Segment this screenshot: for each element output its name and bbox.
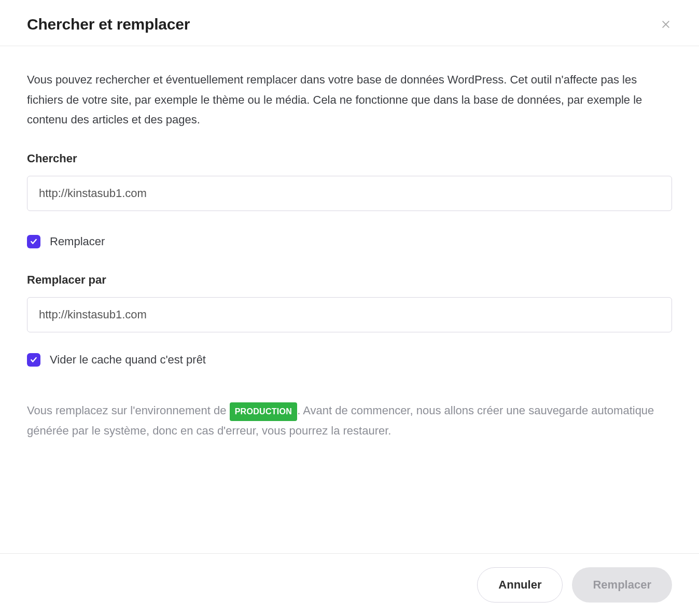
clear-cache-checkbox[interactable]	[27, 353, 40, 367]
replace-checkbox-label: Remplacer	[50, 235, 105, 248]
replace-with-label: Remplacer par	[27, 273, 672, 287]
environment-notice: Vous remplacez sur l'environnement de PR…	[27, 401, 672, 441]
modal-header: Chercher et remplacer	[0, 0, 699, 46]
clear-cache-checkbox-label: Vider le cache quand c'est prêt	[50, 353, 206, 367]
replace-checkbox-row: Remplacer	[27, 235, 672, 248]
search-input[interactable]	[27, 176, 672, 211]
search-label: Chercher	[27, 152, 672, 165]
search-replace-modal: Chercher et remplacer Vous pouvez recher…	[0, 0, 699, 616]
replace-checkbox[interactable]	[27, 235, 40, 248]
modal-body: Vous pouvez rechercher et éventuellement…	[0, 46, 699, 553]
description-text: Vous pouvez rechercher et éventuellement…	[27, 70, 672, 130]
replace-with-input[interactable]	[27, 297, 672, 332]
modal-footer: Annuler Remplacer	[0, 553, 699, 616]
search-field-group: Chercher	[27, 152, 672, 211]
replace-with-field-group: Remplacer par	[27, 273, 672, 332]
cancel-button[interactable]: Annuler	[477, 567, 563, 603]
close-icon[interactable]	[660, 18, 672, 31]
modal-title: Chercher et remplacer	[27, 16, 190, 33]
clear-cache-checkbox-row: Vider le cache quand c'est prêt	[27, 353, 672, 367]
replace-button[interactable]: Remplacer	[572, 567, 672, 603]
production-badge: PRODUCTION	[230, 402, 298, 421]
notice-text-before: Vous remplacez sur l'environnement de	[27, 404, 230, 417]
